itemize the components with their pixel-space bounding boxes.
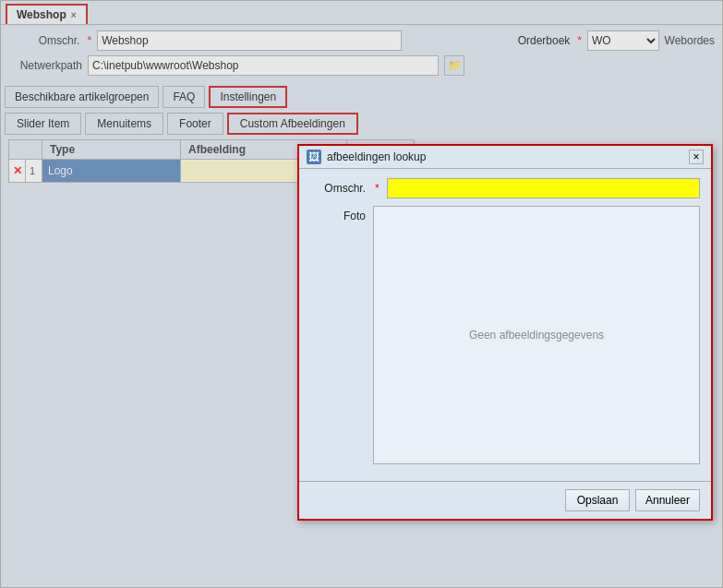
modal-close-btn[interactable]: ×	[689, 150, 704, 164]
modal-title: afbeeldingen lookup	[327, 150, 683, 163]
modal-overlay: 🖼 afbeeldingen lookup × Omschr. * Foto	[1, 1, 722, 587]
modal-omschr-row: Omschr. *	[310, 178, 700, 198]
image-icon: 🖼	[308, 150, 319, 163]
modal-body: Omschr. * Foto Geen afbeeldingsgegevens	[299, 169, 711, 481]
opslaan-btn[interactable]: Opslaan	[565, 489, 630, 511]
modal-omschr-required: *	[375, 182, 380, 195]
close-icon: ×	[693, 150, 699, 163]
modal-omschr-input[interactable]	[387, 178, 700, 198]
modal-footer: Opslaan Annuleer	[299, 481, 711, 519]
geen-data-text: Geen afbeeldingsgegevens	[469, 329, 604, 342]
modal-omschr-label: Omschr.	[310, 182, 366, 195]
modal-foto-label: Foto	[310, 206, 366, 222]
modal-afbeeldingen: 🖼 afbeeldingen lookup × Omschr. * Foto	[297, 144, 713, 521]
annuleer-btn[interactable]: Annuleer	[635, 489, 700, 511]
modal-title-bar: 🖼 afbeeldingen lookup ×	[299, 146, 711, 169]
main-window: Webshop × Omschr. * Orderboek * WO Webor…	[0, 0, 723, 588]
modal-foto-row: Foto Geen afbeeldingsgegevens	[310, 206, 700, 464]
modal-photo-box: Geen afbeeldingsgegevens	[373, 206, 700, 464]
modal-title-icon: 🖼	[307, 150, 321, 164]
